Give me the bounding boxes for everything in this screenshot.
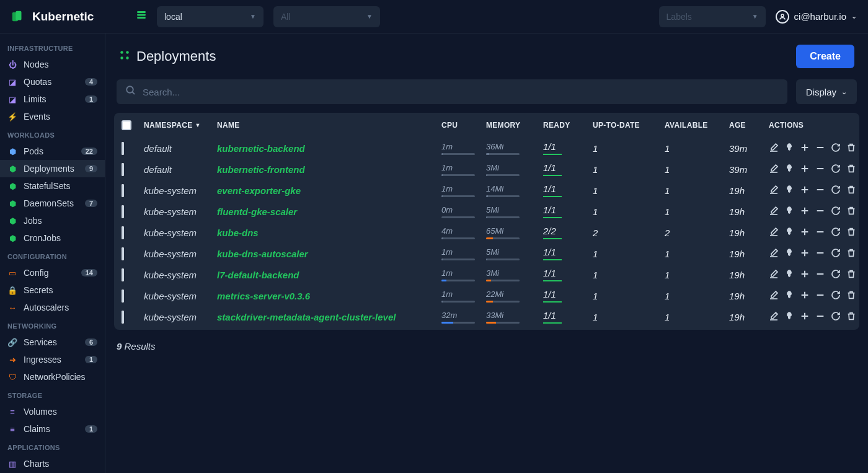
sidebar-item-volumes[interactable]: ≡Volumes [0, 403, 105, 420]
refresh-icon[interactable] [831, 164, 841, 175]
edit-icon[interactable] [769, 269, 779, 281]
sidebar-item-quotas[interactable]: ◪Quotas4 [0, 73, 105, 91]
cell-name[interactable]: event-exporter-gke [217, 185, 441, 196]
row-checkbox[interactable] [122, 184, 124, 197]
col-name[interactable]: NAME [217, 120, 441, 130]
plus-icon[interactable] [800, 227, 810, 239]
minus-icon[interactable] [815, 164, 825, 175]
cell-name[interactable]: metrics-server-v0.3.6 [217, 291, 441, 301]
trash-icon[interactable] [846, 143, 856, 154]
sidebar-item-services[interactable]: 🔗Services6 [0, 334, 105, 351]
logo[interactable]: Kubernetic [11, 10, 126, 24]
sidebar-item-networkpolicies[interactable]: 🛡NetworkPolicies [0, 368, 105, 386]
edit-icon[interactable] [769, 227, 779, 239]
sidebar-item-autoscalers[interactable]: ↔Autoscalers [0, 299, 105, 316]
rocket-icon[interactable] [784, 185, 794, 197]
minus-icon[interactable] [815, 248, 825, 260]
refresh-icon[interactable] [831, 290, 841, 302]
edit-icon[interactable] [769, 185, 779, 197]
cell-name[interactable]: stackdriver-metadata-agent-cluster-level [217, 312, 441, 322]
col-uptodate[interactable]: UP-TO-DATE [593, 120, 665, 130]
refresh-icon[interactable] [831, 311, 841, 323]
edit-icon[interactable] [769, 248, 779, 260]
select-all-checkbox[interactable] [122, 120, 131, 130]
user-menu[interactable]: ci@harbur.io ⌄ [776, 10, 857, 24]
row-checkbox[interactable] [122, 247, 124, 260]
sidebar-item-charts[interactable]: ▥Charts [0, 455, 105, 472]
sidebar-item-config[interactable]: ▭Config14 [0, 264, 105, 281]
cell-name[interactable]: kube-dns [217, 228, 441, 238]
labels-dropdown[interactable]: Labels ▼ [659, 6, 766, 27]
rocket-icon[interactable] [784, 227, 794, 239]
col-ready[interactable]: READY [543, 120, 593, 130]
col-namespace[interactable]: NAMESPACE▼ [144, 120, 217, 130]
refresh-icon[interactable] [831, 185, 841, 197]
trash-icon[interactable] [846, 227, 856, 239]
refresh-icon[interactable] [831, 248, 841, 260]
plus-icon[interactable] [800, 185, 810, 197]
create-button[interactable]: Create [796, 45, 854, 68]
minus-icon[interactable] [815, 143, 825, 154]
sidebar-item-limits[interactable]: ◪Limits1 [0, 91, 105, 108]
plus-icon[interactable] [800, 269, 810, 281]
minus-icon[interactable] [815, 206, 825, 218]
cell-name[interactable]: kube-dns-autoscaler [217, 249, 441, 259]
rocket-icon[interactable] [784, 206, 794, 218]
col-memory[interactable]: MEMORY [486, 120, 543, 130]
sidebar-item-claims[interactable]: ≡Claims1 [0, 420, 105, 438]
plus-icon[interactable] [800, 206, 810, 218]
sidebar-item-cronjobs[interactable]: ⬢CronJobs [0, 229, 105, 247]
search-box[interactable] [117, 79, 787, 104]
edit-icon[interactable] [769, 311, 779, 323]
trash-icon[interactable] [846, 311, 856, 323]
rocket-icon[interactable] [784, 269, 794, 281]
sidebar-item-jobs[interactable]: ⬢Jobs [0, 212, 105, 229]
plus-icon[interactable] [800, 248, 810, 260]
plus-icon[interactable] [800, 311, 810, 323]
col-age[interactable]: AGE [729, 120, 769, 130]
row-checkbox[interactable] [122, 142, 124, 155]
sidebar-item-daemonsets[interactable]: ⬢DaemonSets7 [0, 195, 105, 212]
sidebar-item-deployments[interactable]: ⬢Deployments9 [0, 160, 105, 177]
row-checkbox[interactable] [122, 205, 124, 218]
namespace-dropdown[interactable]: All ▼ [273, 6, 380, 27]
sidebar-item-events[interactable]: ⚡Events [0, 108, 105, 125]
rocket-icon[interactable] [784, 164, 794, 175]
trash-icon[interactable] [846, 269, 856, 281]
edit-icon[interactable] [769, 143, 779, 154]
sidebar-item-nodes[interactable]: ⏻Nodes [0, 56, 105, 73]
minus-icon[interactable] [815, 227, 825, 239]
edit-icon[interactable] [769, 290, 779, 302]
plus-icon[interactable] [800, 143, 810, 154]
trash-icon[interactable] [846, 248, 856, 260]
refresh-icon[interactable] [831, 206, 841, 218]
edit-icon[interactable] [769, 164, 779, 175]
rocket-icon[interactable] [784, 143, 794, 154]
display-button[interactable]: Display ⌄ [796, 79, 857, 104]
refresh-icon[interactable] [831, 227, 841, 239]
sidebar-item-pods[interactable]: ⬢Pods22 [0, 143, 105, 160]
minus-icon[interactable] [815, 290, 825, 302]
sidebar-item-statefulsets[interactable]: ⬢StatefulSets [0, 177, 105, 195]
row-checkbox[interactable] [122, 268, 124, 281]
minus-icon[interactable] [815, 185, 825, 197]
rocket-icon[interactable] [784, 311, 794, 323]
minus-icon[interactable] [815, 311, 825, 323]
row-checkbox[interactable] [122, 290, 124, 303]
sidebar-item-ingresses[interactable]: ➜Ingresses1 [0, 351, 105, 368]
rocket-icon[interactable] [784, 248, 794, 260]
edit-icon[interactable] [769, 206, 779, 218]
cell-name[interactable]: kubernetic-frontend [217, 164, 441, 175]
trash-icon[interactable] [846, 164, 856, 175]
cluster-icon[interactable] [136, 9, 147, 24]
row-checkbox[interactable] [122, 311, 124, 324]
plus-icon[interactable] [800, 164, 810, 175]
context-dropdown[interactable]: local ▼ [157, 6, 264, 27]
refresh-icon[interactable] [831, 143, 841, 154]
trash-icon[interactable] [846, 206, 856, 218]
row-checkbox[interactable] [122, 226, 124, 239]
search-input[interactable] [143, 87, 779, 97]
trash-icon[interactable] [846, 185, 856, 197]
row-checkbox[interactable] [122, 163, 124, 176]
minus-icon[interactable] [815, 269, 825, 281]
